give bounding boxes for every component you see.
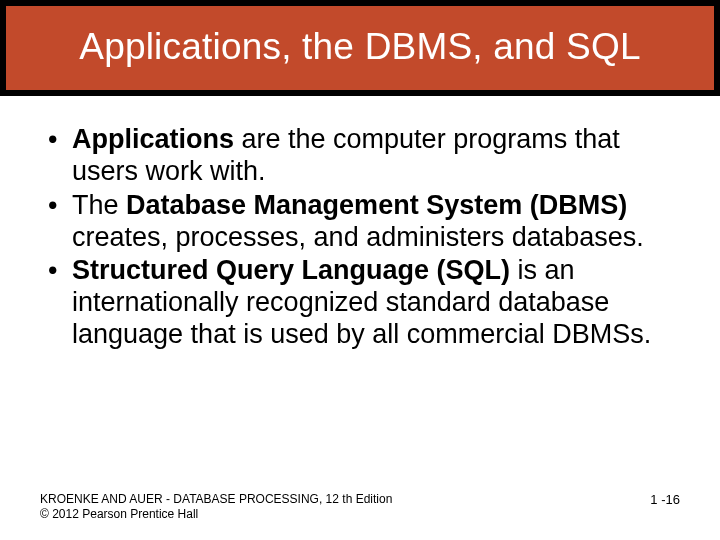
bullet-bold: Structured Query Language (SQL): [72, 255, 510, 285]
slide: Applications, the DBMS, and SQL Applicat…: [0, 0, 720, 540]
bullet-bold: Database Management System (DBMS): [126, 190, 627, 220]
page-number: 1 -16: [650, 492, 680, 508]
bullet-text: creates, processes, and administers data…: [72, 222, 644, 252]
list-item: Applications are the computer programs t…: [48, 124, 680, 188]
slide-body: Applications are the computer programs t…: [0, 96, 720, 351]
footer-line1: KROENKE AND AUER - DATABASE PROCESSING, …: [40, 492, 680, 507]
title-bar: Applications, the DBMS, and SQL: [6, 6, 714, 90]
title-wrap: Applications, the DBMS, and SQL: [0, 0, 720, 96]
footer: KROENKE AND AUER - DATABASE PROCESSING, …: [40, 492, 680, 522]
list-item: Structured Query Language (SQL) is an in…: [48, 255, 680, 351]
bullet-bold: Applications: [72, 124, 234, 154]
bullet-pre: The: [72, 190, 126, 220]
footer-line2: © 2012 Pearson Prentice Hall: [40, 507, 680, 522]
bullet-list: Applications are the computer programs t…: [48, 124, 680, 351]
slide-title: Applications, the DBMS, and SQL: [24, 26, 696, 68]
list-item: The Database Management System (DBMS) cr…: [48, 190, 680, 254]
